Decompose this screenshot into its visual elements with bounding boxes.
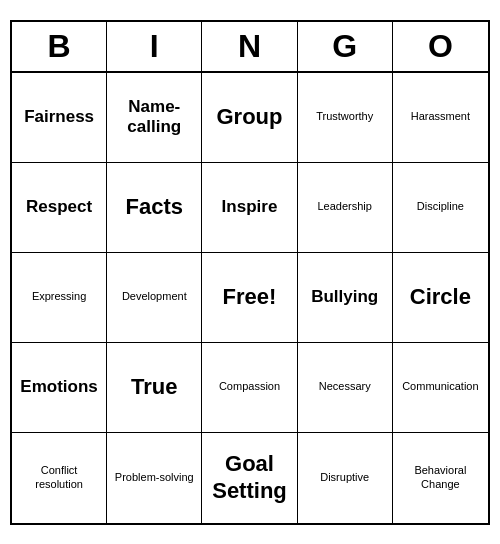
header-letter: N xyxy=(202,22,297,71)
bingo-cell[interactable]: Compassion xyxy=(202,343,297,433)
cell-label: Problem-solving xyxy=(115,471,194,484)
cell-label: Group xyxy=(216,104,282,130)
bingo-cell[interactable]: Harassment xyxy=(393,73,488,163)
cell-label: True xyxy=(131,374,177,400)
bingo-grid: FairnessName-callingGroupTrustworthyHara… xyxy=(12,73,488,523)
bingo-header: BINGO xyxy=(12,22,488,73)
bingo-cell[interactable]: Bullying xyxy=(298,253,393,343)
cell-label: Harassment xyxy=(411,110,470,123)
cell-label: Conflict resolution xyxy=(16,464,102,490)
bingo-cell[interactable]: Group xyxy=(202,73,297,163)
bingo-cell[interactable]: Communication xyxy=(393,343,488,433)
bingo-cell[interactable]: Emotions xyxy=(12,343,107,433)
cell-label: Trustworthy xyxy=(316,110,373,123)
cell-label: Development xyxy=(122,290,187,303)
bingo-cell[interactable]: Facts xyxy=(107,163,202,253)
cell-label: Compassion xyxy=(219,380,280,393)
cell-label: Expressing xyxy=(32,290,86,303)
bingo-cell[interactable]: Fairness xyxy=(12,73,107,163)
bingo-cell[interactable]: Leadership xyxy=(298,163,393,253)
cell-label: Fairness xyxy=(24,107,94,127)
cell-label: Respect xyxy=(26,197,92,217)
bingo-cell[interactable]: Goal Setting xyxy=(202,433,297,523)
header-letter: G xyxy=(298,22,393,71)
cell-label: Leadership xyxy=(317,200,371,213)
cell-label: Discipline xyxy=(417,200,464,213)
bingo-cell[interactable]: Problem-solving xyxy=(107,433,202,523)
cell-label: Communication xyxy=(402,380,478,393)
cell-label: Free! xyxy=(223,284,277,310)
bingo-cell[interactable]: Development xyxy=(107,253,202,343)
header-letter: B xyxy=(12,22,107,71)
cell-label: Circle xyxy=(410,284,471,310)
bingo-cell[interactable]: Name-calling xyxy=(107,73,202,163)
cell-label: Inspire xyxy=(222,197,278,217)
bingo-cell[interactable]: Expressing xyxy=(12,253,107,343)
bingo-cell[interactable]: Necessary xyxy=(298,343,393,433)
bingo-cell[interactable]: Conflict resolution xyxy=(12,433,107,523)
cell-label: Goal Setting xyxy=(206,451,292,504)
cell-label: Disruptive xyxy=(320,471,369,484)
cell-label: Necessary xyxy=(319,380,371,393)
bingo-cell[interactable]: Discipline xyxy=(393,163,488,253)
cell-label: Emotions xyxy=(20,377,97,397)
bingo-cell[interactable]: True xyxy=(107,343,202,433)
bingo-cell[interactable]: Respect xyxy=(12,163,107,253)
bingo-cell[interactable]: Trustworthy xyxy=(298,73,393,163)
cell-label: Behavioral Change xyxy=(397,464,484,490)
bingo-cell[interactable]: Disruptive xyxy=(298,433,393,523)
cell-label: Bullying xyxy=(311,287,378,307)
bingo-cell[interactable]: Free! xyxy=(202,253,297,343)
bingo-card: BINGO FairnessName-callingGroupTrustwort… xyxy=(10,20,490,525)
cell-label: Facts xyxy=(126,194,183,220)
bingo-cell[interactable]: Inspire xyxy=(202,163,297,253)
header-letter: O xyxy=(393,22,488,71)
header-letter: I xyxy=(107,22,202,71)
bingo-cell[interactable]: Behavioral Change xyxy=(393,433,488,523)
cell-label: Name-calling xyxy=(111,97,197,138)
bingo-cell[interactable]: Circle xyxy=(393,253,488,343)
